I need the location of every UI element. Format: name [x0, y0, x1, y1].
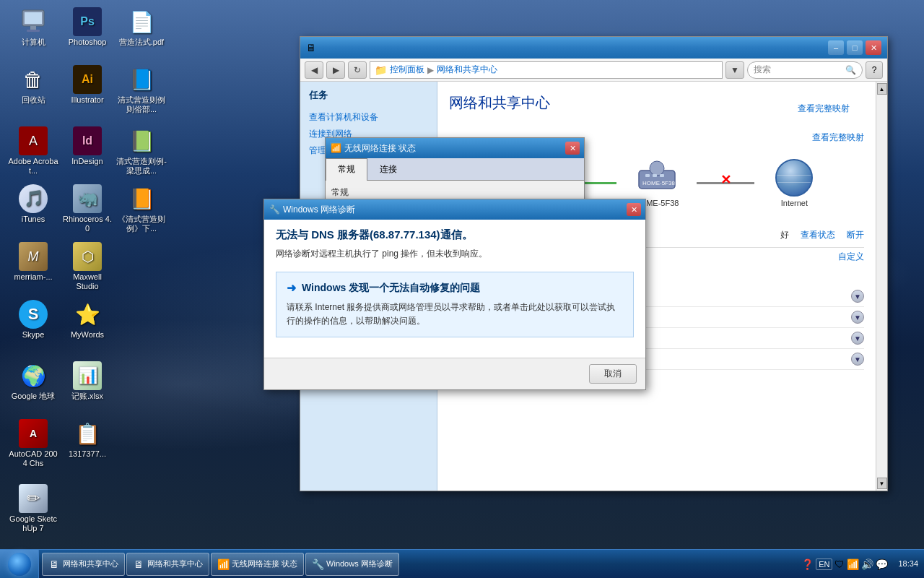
- recycle-label: 回收站: [7, 95, 59, 105]
- desktop-icon-maxwell[interactable]: ⬡ MaxwellStudio: [61, 242, 113, 291]
- taskbar: 🖥 网络和共享中心 🖥 网络和共享中心 📶 无线网络连接 状态 🔧 Window…: [0, 549, 924, 578]
- desktop-icon-rhino[interactable]: 🦏 Rhinoceros 4.0: [61, 184, 113, 233]
- address-dropdown-button[interactable]: ▼: [725, 61, 744, 79]
- svg-text:HOME-5F38: HOME-5F38: [642, 180, 675, 186]
- taskbar-item-diag[interactable]: 🔧 Windows 网络诊断: [305, 553, 399, 576]
- scroll-down-btn[interactable]: ▼: [877, 478, 887, 489]
- start-button[interactable]: [0, 550, 39, 579]
- googlemaps-icon: 🌍: [19, 361, 48, 390]
- qingshi2-label: 清式营造则例-梁思成...: [116, 157, 167, 176]
- tray-question-icon: ❓: [801, 558, 814, 570]
- taskbar-item-cp2[interactable]: 🖥 网络和共享中心: [126, 553, 209, 576]
- computer-icon: [19, 7, 48, 36]
- search-box[interactable]: 搜索 🔍: [747, 61, 863, 79]
- diag-close-x-button[interactable]: ✕: [627, 203, 641, 216]
- desktop-icon-merriam[interactable]: M merriam-...: [7, 242, 59, 282]
- desktop-icon-pdf[interactable]: 📄 营造法式.pdf: [116, 7, 167, 47]
- rhino-label: Rhinoceros 4.0: [61, 215, 113, 233]
- autocad-label: AutoCAD 2004 Chs: [7, 449, 59, 468]
- desktop-icon-photoshop[interactable]: Ps Photoshop: [61, 7, 113, 47]
- view-full-map-link2[interactable]: 查看完整映射: [812, 132, 864, 142]
- svg-rect-13: [660, 174, 664, 177]
- desktop-icon-indesign[interactable]: Id InDesign: [61, 126, 113, 166]
- wireless-tab-general[interactable]: 常规: [326, 158, 367, 181]
- file-sharing-expand-btn[interactable]: ▼: [851, 311, 864, 324]
- diag-main-title: 无法与 DNS 服务器(68.87.77.134)通信。: [276, 228, 634, 242]
- desktop-icon-excel[interactable]: 📊 记账.xlsx: [61, 361, 113, 401]
- close-button[interactable]: ✕: [866, 40, 881, 55]
- desktop-icon-recycle[interactable]: 🗑 回收站: [7, 65, 59, 105]
- tray-network-icon: 📶: [847, 558, 859, 570]
- view-full-map-link[interactable]: 查看完整映射: [798, 103, 850, 115]
- photoshop-label: Photoshop: [61, 38, 113, 47]
- help-button[interactable]: ?: [866, 61, 883, 79]
- sidebar-link-view-computers[interactable]: 查看计算机和设备: [306, 109, 431, 126]
- discovery-expand-btn[interactable]: ▼: [851, 290, 864, 303]
- view-status-link[interactable]: 查看状态: [801, 229, 835, 241]
- svg-rect-12: [653, 174, 657, 177]
- pdf-icon: 📄: [127, 7, 156, 36]
- desktop-icon-qingshi3[interactable]: 📙 《清式营造则例》下...: [116, 184, 167, 233]
- desktop-icon-sketchup[interactable]: ✏ Google SketchUp 7: [7, 484, 59, 533]
- desktop-icon-contacts[interactable]: 📋 1317377...: [61, 419, 113, 459]
- contacts-icon: 📋: [73, 419, 102, 448]
- taskbar-item-cp2-icon: 🖥: [133, 558, 144, 570]
- desktop-icon-googlemaps[interactable]: 🌍 Google 地球: [7, 361, 59, 401]
- wireless-tabs: 常规 连接: [326, 158, 584, 181]
- wireless-close-x[interactable]: ✕: [565, 142, 580, 155]
- printer-sharing-expand-btn[interactable]: ▼: [851, 353, 864, 366]
- acrobat-label: Adobe Acrobat...: [7, 157, 59, 176]
- taskbar-item-wireless-icon: 📶: [217, 558, 229, 570]
- forward-button[interactable]: ▶: [326, 61, 345, 79]
- svg-rect-1: [25, 12, 42, 24]
- cp-window-icon: 🖥: [306, 42, 316, 53]
- diag-title-text: Windows 网络诊断: [283, 204, 624, 216]
- search-placeholder: 搜索: [754, 64, 771, 76]
- customize-link[interactable]: 自定义: [838, 251, 864, 262]
- mywords-label: MyWords: [61, 330, 113, 340]
- desktop-icon-autocad[interactable]: A AutoCAD 2004 Chs: [7, 419, 59, 468]
- desktop-icon-qingshi1[interactable]: 📘 清式营造则例则俗部...: [116, 65, 167, 114]
- desktop-icon-computer[interactable]: 计算机: [7, 7, 59, 47]
- autocad-icon: A: [19, 419, 48, 448]
- taskbar-item-cp1-icon: 🖥: [48, 558, 60, 570]
- illustrator-label: Illustrator: [61, 95, 113, 105]
- disconnect-link[interactable]: 断开: [847, 229, 864, 241]
- desktop-icon-itunes[interactable]: 🎵 iTunes: [7, 184, 59, 224]
- public-folder-expand-btn[interactable]: ▼: [851, 332, 864, 345]
- scroll-up-btn[interactable]: ▲: [877, 83, 887, 95]
- sidebar-tasks-title: 任务: [306, 87, 431, 103]
- desktop-icon-illustrator[interactable]: Ai Illustrator: [61, 65, 113, 105]
- wireless-general-label: 常规: [331, 186, 578, 199]
- address-bar[interactable]: 📁 控制面板 ▶ 网络和共享中心: [370, 61, 723, 79]
- breadcrumb-control-panel[interactable]: 控制面板: [390, 64, 424, 76]
- mywords-icon: ⭐: [73, 300, 102, 329]
- system-tray: ❓ EN 🛡 📶 🔊 💬: [797, 550, 892, 578]
- desktop-icon-skype[interactable]: S Skype: [7, 300, 59, 340]
- desktop-icon-qingshi2[interactable]: 📗 清式营造则例-梁思成...: [116, 126, 167, 176]
- windows-orb-icon: [8, 553, 31, 576]
- diag-titlebar: 🔧 Windows 网络诊断 ✕: [264, 199, 645, 220]
- taskbar-item-cp1[interactable]: 🖥 网络和共享中心: [42, 553, 125, 576]
- taskbar-item-wireless[interactable]: 📶 无线网络连接 状态: [211, 553, 304, 576]
- diag-cancel-button[interactable]: 取消: [589, 364, 637, 384]
- back-button[interactable]: ◀: [305, 61, 323, 79]
- internet-node: Internet: [772, 160, 816, 207]
- photoshop-icon: Ps: [73, 7, 102, 36]
- refresh-button[interactable]: ↻: [348, 61, 367, 79]
- cp-titlebar: 🖥 – □ ✕: [300, 37, 887, 59]
- taskbar-clock[interactable]: 18:34: [892, 558, 924, 569]
- taskbar-items: 🖥 网络和共享中心 🖥 网络和共享中心 📶 无线网络连接 状态 🔧 Window…: [39, 550, 797, 578]
- desktop-icon-acrobat[interactable]: A Adobe Acrobat...: [7, 126, 59, 176]
- minimize-button[interactable]: –: [828, 40, 844, 55]
- file-sharing-status: 关闭: [611, 311, 851, 324]
- breadcrumb-network[interactable]: 网络和共享中心: [437, 64, 497, 76]
- taskbar-item-cp2-label: 网络和共享中心: [147, 558, 203, 569]
- maximize-button[interactable]: □: [847, 40, 863, 55]
- scrollbar[interactable]: ▲ ▼: [876, 82, 887, 491]
- diag-issue-desc: 请联系 Internet 服务提供商或网络管理员以寻求帮助，或者单击此处以获取可…: [287, 301, 623, 328]
- desktop-icon-mywords[interactable]: ⭐ MyWords: [61, 300, 113, 340]
- sketchup-label: Google SketchUp 7: [7, 514, 59, 533]
- public-folder-status: 启用: [611, 332, 851, 345]
- wireless-tab-connection[interactable]: 连接: [367, 158, 409, 180]
